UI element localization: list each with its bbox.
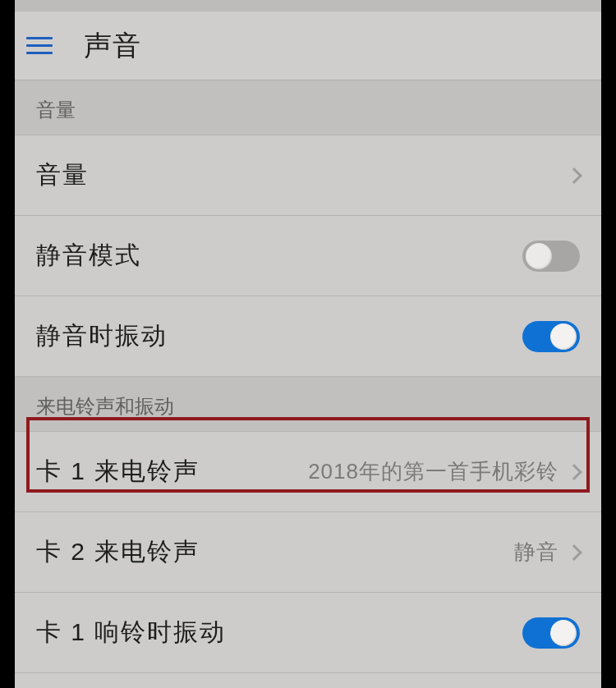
- row-label: 静音模式: [36, 239, 141, 273]
- statusbar-area: [15, 0, 601, 11]
- page-title: 声音: [84, 27, 141, 65]
- row-sim2-ringtone[interactable]: 卡 2 来电铃声 静音: [15, 512, 601, 593]
- section-header-volume: 音量: [15, 80, 601, 135]
- row-value: 2018年的第一首手机彩铃: [308, 457, 559, 486]
- row-sim1-ringtone[interactable]: 卡 1 来电铃声 2018年的第一首手机彩铃: [15, 432, 601, 512]
- row-label: 卡 2 来电铃声: [36, 535, 200, 569]
- row-label: 卡 1 来电铃声: [36, 455, 200, 488]
- menu-icon[interactable]: [26, 25, 67, 67]
- toggle-silent-mode[interactable]: [522, 241, 580, 272]
- row-sim2-vibrate-on-ring-partial: 卡 2 响铃时振动: [15, 673, 601, 688]
- section-header-ringtone: 来电铃声和振动: [15, 377, 601, 432]
- row-label: 音量: [36, 158, 89, 192]
- chevron-right-icon: [566, 544, 582, 561]
- row-label: 卡 1 响铃时振动: [36, 616, 226, 649]
- row-silent-mode: 静音模式: [15, 216, 601, 296]
- row-sim1-vibrate-on-ring: 卡 1 响铃时振动: [15, 593, 601, 673]
- toggle-sim1-vibrate[interactable]: [522, 617, 580, 649]
- row-value: 静音: [514, 538, 559, 566]
- app-header: 声音: [15, 11, 601, 80]
- chevron-right-icon: [566, 167, 582, 184]
- chevron-right-icon: [566, 464, 582, 480]
- row-label: 静音时振动: [36, 319, 168, 353]
- toggle-vibrate-silent[interactable]: [522, 321, 580, 352]
- row-vibrate-when-silent: 静音时振动: [15, 296, 601, 377]
- row-volume[interactable]: 音量: [15, 135, 601, 216]
